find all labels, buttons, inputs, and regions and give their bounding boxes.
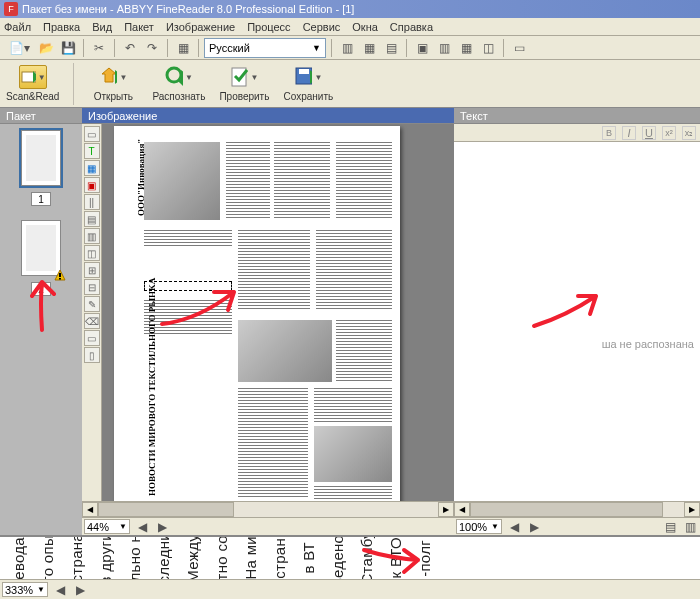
- open-icon: ▼: [99, 65, 127, 89]
- menu-file[interactable]: Файл: [4, 21, 31, 33]
- not-recognized-message: ша не распознана: [602, 338, 694, 350]
- text-panel-header: Текст: [454, 108, 700, 124]
- recognize-button[interactable]: ▼ Распознать: [152, 65, 205, 102]
- tool-8[interactable]: ⊞: [84, 262, 100, 278]
- language-select[interactable]: Русский ▼: [204, 38, 326, 58]
- image-hscrollbar[interactable]: ◀ ▶: [82, 501, 454, 517]
- check-icon: ▼: [230, 65, 258, 89]
- layout-button-7[interactable]: ◫: [478, 38, 498, 58]
- italic-button[interactable]: I: [622, 126, 636, 140]
- menu-help[interactable]: Справка: [390, 21, 433, 33]
- tool-9[interactable]: ⊟: [84, 279, 100, 295]
- menu-windows[interactable]: Окна: [352, 21, 378, 33]
- save-result-button[interactable]: ▼ Сохранить: [283, 65, 333, 102]
- tool-6[interactable]: ▥: [84, 228, 100, 244]
- scroll-right-icon[interactable]: ▶: [438, 502, 454, 517]
- tool-select-icon[interactable]: ▭: [84, 126, 100, 142]
- image-panel: Изображение ▭ T ▦ ▣ || ▤ ▥ ◫ ⊞ ⊟ ✎ ⌫ ▭ ▯: [82, 108, 454, 535]
- text-prev-icon[interactable]: ◀: [504, 517, 524, 537]
- tool-eraser-icon[interactable]: ⌫: [84, 313, 100, 329]
- scroll-right-icon[interactable]: ▶: [684, 502, 700, 517]
- layout-button-1[interactable]: ▥: [337, 38, 357, 58]
- selection-rectangle[interactable]: [144, 281, 232, 291]
- tool-12[interactable]: ▭: [84, 330, 100, 346]
- batch-panel-header: Пакет: [0, 108, 82, 124]
- menu-process[interactable]: Процесс: [247, 21, 290, 33]
- save-button[interactable]: 💾: [58, 38, 78, 58]
- redo-button[interactable]: ↷: [142, 38, 162, 58]
- help-icon[interactable]: ▭: [509, 38, 529, 58]
- menu-service[interactable]: Сервис: [303, 21, 341, 33]
- tool-button[interactable]: ▦: [173, 38, 193, 58]
- super-button[interactable]: x²: [662, 126, 676, 140]
- separator: [83, 39, 84, 57]
- open-image-button[interactable]: ▼ Открыть: [88, 65, 138, 102]
- document-view[interactable]: ООО"Инновация" НОВОСТИ МИРОВОГО: [102, 124, 454, 501]
- tool-10[interactable]: ✎: [84, 296, 100, 312]
- new-button[interactable]: 📄▾: [4, 38, 34, 58]
- text-next-icon[interactable]: ▶: [524, 517, 544, 537]
- text-layout-icon[interactable]: ▤: [660, 517, 680, 537]
- layout-button-4[interactable]: ▣: [412, 38, 432, 58]
- scroll-left-icon[interactable]: ◀: [82, 502, 98, 517]
- scanned-page: ООО"Инновация" НОВОСТИ МИРОВОГО: [114, 126, 400, 501]
- image-zoom-select[interactable]: 44%▼: [84, 519, 130, 534]
- svg-rect-6: [59, 278, 61, 280]
- zoom-text-content: еводаго опыстранав другильно нследниМежд…: [0, 537, 443, 579]
- menu-edit[interactable]: Правка: [43, 21, 80, 33]
- image-prev-icon[interactable]: ◀: [132, 517, 152, 537]
- text-hscrollbar[interactable]: ◀ ▶: [454, 501, 700, 517]
- layout-button-5[interactable]: ▥: [434, 38, 454, 58]
- underline-button[interactable]: U: [642, 126, 656, 140]
- tool-text-icon[interactable]: T: [84, 143, 100, 159]
- text-zoom-select[interactable]: 100%▼: [456, 519, 502, 534]
- undo-button[interactable]: ↶: [120, 38, 140, 58]
- image-statusbar: 44%▼ ◀ ▶: [82, 517, 454, 535]
- layout-button-2[interactable]: ▦: [359, 38, 379, 58]
- image-next-icon[interactable]: ▶: [152, 517, 172, 537]
- zoom-next-icon[interactable]: ▶: [70, 580, 90, 600]
- separator: [167, 39, 168, 57]
- tool-table-icon[interactable]: ▦: [84, 160, 100, 176]
- title-bar: F Пакет без имени - ABBYY FineReader 8.0…: [0, 0, 700, 18]
- scroll-thumb[interactable]: [470, 502, 663, 517]
- zoom-prev-icon[interactable]: ◀: [50, 580, 70, 600]
- separator: [73, 63, 74, 105]
- tool-5[interactable]: ▤: [84, 211, 100, 227]
- sub-button[interactable]: x₂: [682, 126, 696, 140]
- text-body[interactable]: ша не распознана: [454, 142, 700, 501]
- separator: [331, 39, 332, 57]
- page-thumbnail-2[interactable]: [21, 220, 61, 276]
- zoom-panel[interactable]: еводаго опыстранав другильно нследниМежд…: [0, 535, 700, 579]
- page-thumbnail-1[interactable]: [21, 130, 61, 186]
- layout-button-3[interactable]: ▤: [381, 38, 401, 58]
- check-label: Проверить: [219, 91, 269, 102]
- separator: [406, 39, 407, 57]
- open-button[interactable]: 📂: [36, 38, 56, 58]
- save-icon: ▼: [294, 65, 322, 89]
- scroll-left-icon[interactable]: ◀: [454, 502, 470, 517]
- zoom-level-select[interactable]: 333%▼: [2, 582, 48, 597]
- main-toolbar: ▼ Scan&Read ▼ Открыть ▼ Распознать ▼ Про…: [0, 60, 700, 108]
- tool-7[interactable]: ◫: [84, 245, 100, 261]
- cut-icon[interactable]: ✂: [89, 38, 109, 58]
- tool-picture-icon[interactable]: ▣: [84, 177, 100, 193]
- image-body: ▭ T ▦ ▣ || ▤ ▥ ◫ ⊞ ⊟ ✎ ⌫ ▭ ▯ ООО"Инновац…: [82, 124, 454, 501]
- scroll-thumb[interactable]: [98, 502, 234, 517]
- menu-image[interactable]: Изображение: [166, 21, 235, 33]
- menu-batch[interactable]: Пакет: [124, 21, 154, 33]
- recognize-label: Распознать: [152, 91, 205, 102]
- bold-button[interactable]: B: [602, 126, 616, 140]
- text-layout-icon-2[interactable]: ▥: [680, 517, 700, 537]
- svg-point-1: [167, 68, 181, 82]
- tool-13[interactable]: ▯: [84, 347, 100, 363]
- tool-barcode-icon[interactable]: ||: [84, 194, 100, 210]
- menu-view[interactable]: Вид: [92, 21, 112, 33]
- check-button[interactable]: ▼ Проверить: [219, 65, 269, 102]
- layout-button-6[interactable]: ▦: [456, 38, 476, 58]
- standard-toolbar: 📄▾ 📂 💾 ✂ ↶ ↷ ▦ Русский ▼ ▥ ▦ ▤ ▣ ▥ ▦ ◫ ▭: [0, 36, 700, 60]
- scan-read-button[interactable]: ▼ Scan&Read: [6, 65, 59, 102]
- text-toolbar: B I U x² x₂: [454, 124, 700, 142]
- language-label: Русский: [209, 42, 250, 54]
- page-ad-title: ООО"Инновация": [136, 139, 146, 216]
